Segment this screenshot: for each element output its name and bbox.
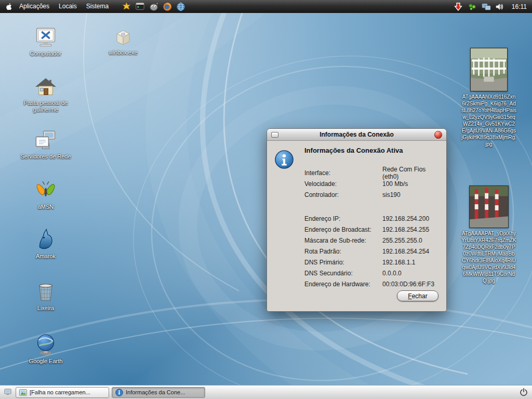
field-value: 0.0.0.0 <box>382 270 440 277</box>
field-label: Máscara de Sub-rede: <box>304 237 382 244</box>
network-monitors-icon <box>482 3 491 11</box>
dialog-titlebar[interactable]: Informações da Conexão <box>267 129 446 141</box>
icon-label: Lixeira <box>37 305 54 312</box>
task-label: [Falha no carregamen... <box>30 389 90 395</box>
butterfly-icon <box>33 177 58 202</box>
desktop-file-2[interactable]: ATgAAAAPAT_yDjxXhyYrUbtYXR42E7rqZmZK7Zp4… <box>461 185 516 284</box>
field-label: Endereço de Broadcast: <box>304 226 382 233</box>
menu-aplicacoes[interactable]: Aplicações <box>15 0 54 13</box>
file-name: ATgAAAAhlXd9116Zxn6r2SkmiPg_K6ig76_AdsL8… <box>461 94 516 148</box>
fields-spacer <box>304 200 440 213</box>
field-label: DNS Primário: <box>304 259 382 266</box>
speaker-icon <box>496 3 504 11</box>
field-controlador: Controlador: sis190 <box>304 189 440 200</box>
field-broadcast: Endereço de Broadcast: 192.168.254.255 <box>304 224 440 235</box>
starburst-launcher[interactable] <box>122 2 131 11</box>
connection-fields: Interface: Rede Com Fios (eth0) Velocida… <box>304 167 440 289</box>
dialog-title: Informações da Conexão <box>267 131 446 138</box>
desktop-icon-trash[interactable]: Lixeira <box>17 281 74 312</box>
update-notifier[interactable] <box>454 2 463 11</box>
menu-sistema[interactable]: Sistema <box>82 0 113 13</box>
show-desktop-button[interactable] <box>3 387 13 397</box>
icon-label: Google Earth <box>29 358 63 365</box>
task-label: Informações da Cone... <box>126 389 185 395</box>
network-servers-icon <box>34 129 57 152</box>
field-label: DNS Secundário: <box>304 270 382 277</box>
field-value: sis190 <box>382 191 440 198</box>
field-rota-padrao: Rota Padrão: 192.168.254.254 <box>304 246 440 257</box>
gimp-launcher[interactable] <box>149 2 158 11</box>
red-arrow-down-icon <box>454 3 462 11</box>
power-icon <box>520 388 528 396</box>
clock[interactable]: 16:11 <box>510 3 529 10</box>
desktop-icon-amarok[interactable]: Amarok <box>17 228 74 260</box>
desktop-icon-google-earth[interactable]: Google Earth <box>17 332 74 365</box>
home-icon <box>34 75 57 98</box>
power-button[interactable] <box>518 387 529 398</box>
green-dots-icon <box>468 3 476 11</box>
image-icon <box>19 389 27 396</box>
dialog-body: Informações da Conexão Ativa Interface: … <box>267 141 446 311</box>
field-value: 100 Mb/s <box>382 180 440 188</box>
bottom-panel: [Falha no carregamen... Informações da C… <box>0 385 532 399</box>
icon-label: Servidores de Rede <box>20 153 71 160</box>
field-hardware: Endereço de Hardware: 00:03:0D:96:6F:F3 <box>304 278 440 289</box>
volume-applet[interactable] <box>496 2 505 11</box>
network-applet[interactable] <box>482 2 491 11</box>
firefox-launcher[interactable] <box>162 2 172 11</box>
show-desktop-icon <box>4 389 11 396</box>
photo-thumbnail-poles <box>469 185 509 228</box>
system-tray: 16:11 <box>454 2 529 11</box>
terminal-icon <box>136 2 144 11</box>
info-icon <box>115 389 123 396</box>
earth-globe-icon <box>34 332 58 356</box>
desktop-icon-winbox[interactable]: winbox.exe <box>95 27 152 56</box>
firefox-icon <box>163 2 172 11</box>
icon-label: Pasta pessoal de guilherme <box>17 100 74 113</box>
field-label: Endereço IP: <box>304 215 382 222</box>
menu-locais[interactable]: Locais <box>54 0 82 13</box>
desktop-icon-network-servers[interactable]: Servidores de Rede <box>17 129 74 160</box>
field-interface: Interface: Rede Com Fios (eth0) <box>304 167 440 178</box>
taskbar-item-falha[interactable]: [Falha no carregamen... <box>16 387 109 398</box>
icon-label: Computador <box>30 50 62 57</box>
field-mascara: Máscara de Sub-rede: 255.255.255.0 <box>304 235 440 246</box>
field-value: 255.255.255.0 <box>382 237 440 244</box>
desktop-file-1[interactable]: ATgAAAAhlXd9116Zxn6r2SkmiPg_K6ig76_AdsL8… <box>461 48 516 148</box>
field-value: 192.168.254.254 <box>382 248 440 255</box>
fechar-button[interactable]: Fechar <box>397 290 438 301</box>
desktop-icon-home[interactable]: Pasta pessoal de guilherme <box>17 75 74 113</box>
info-icon <box>274 150 294 169</box>
terminal-launcher[interactable] <box>135 2 145 11</box>
minimize-button[interactable] <box>271 132 278 138</box>
desktop: Aplicações Locais Sistema <box>0 0 532 399</box>
close-icon[interactable] <box>434 131 442 139</box>
photo-thumbnail-gate <box>470 48 508 91</box>
field-label: Endereço de Hardware: <box>304 281 382 288</box>
field-endereco-ip: Endereço IP: 192.168.254.200 <box>304 213 440 224</box>
dialog-heading: Informações da Conexão Ativa <box>304 147 403 154</box>
desktop-icon-computador[interactable]: Computador <box>17 26 74 57</box>
wallpaper <box>0 0 532 399</box>
field-label: Interface: <box>304 169 382 177</box>
globe-launcher[interactable] <box>176 2 185 11</box>
file-name: ATgAAAAPAT_yDjxXhyYrUbtYXR42E7rqZmZK7Zp4… <box>461 230 516 284</box>
field-dns-primario: DNS Primário: 192.168.1.1 <box>304 257 440 268</box>
icon-label: winbox.exe <box>109 49 137 56</box>
field-value: 192.168.1.1 <box>382 259 440 266</box>
gimp-icon <box>149 2 158 11</box>
green-status-applet[interactable] <box>468 2 477 11</box>
top-panel: Aplicações Locais Sistema <box>0 0 532 13</box>
trash-icon <box>34 281 57 303</box>
field-dns-secundario: DNS Secundário: 0.0.0.0 <box>304 268 440 278</box>
field-velocidade: Velocidade: 100 Mb/s <box>304 178 440 189</box>
connection-info-dialog: Informações da Conexão Informações da Co… <box>267 128 447 312</box>
globe-icon <box>176 2 185 11</box>
icon-label: aMSN <box>38 204 54 210</box>
field-label: Controlador: <box>304 191 382 198</box>
field-label: Velocidade: <box>304 180 382 188</box>
field-value: 192.168.254.255 <box>382 226 440 233</box>
desktop-icon-amsn[interactable]: aMSN <box>17 177 74 210</box>
apple-menu[interactable] <box>3 0 15 13</box>
taskbar-item-informacoes[interactable]: Informações da Cone... <box>112 387 205 398</box>
